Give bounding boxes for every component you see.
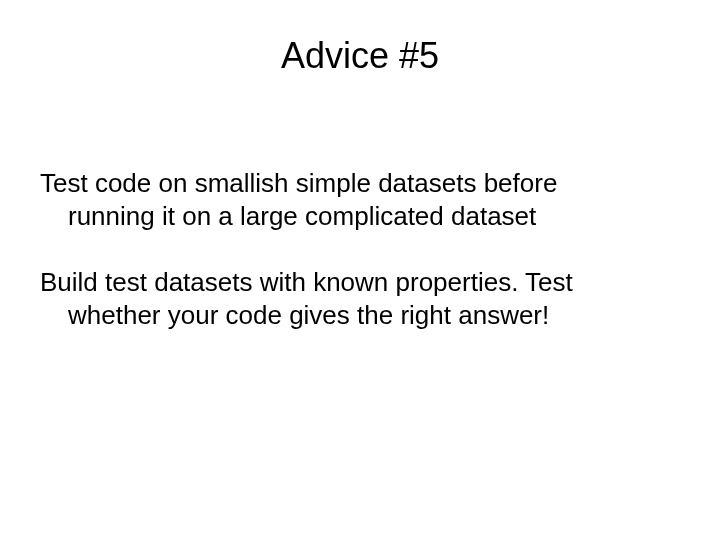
paragraph-line: Test code on smallish simple datasets be…	[40, 168, 557, 198]
slide-body: Test code on smallish simple datasets be…	[40, 167, 680, 331]
paragraph-line: running it on a large complicated datase…	[40, 200, 680, 233]
paragraph-line: Build test datasets with known propertie…	[40, 267, 573, 297]
slide-container: Advice #5 Test code on smallish simple d…	[0, 0, 720, 540]
paragraph-line: whether your code gives the right answer…	[40, 299, 680, 332]
paragraph: Build test datasets with known propertie…	[40, 266, 680, 331]
slide-title: Advice #5	[40, 35, 680, 77]
paragraph: Test code on smallish simple datasets be…	[40, 167, 680, 232]
